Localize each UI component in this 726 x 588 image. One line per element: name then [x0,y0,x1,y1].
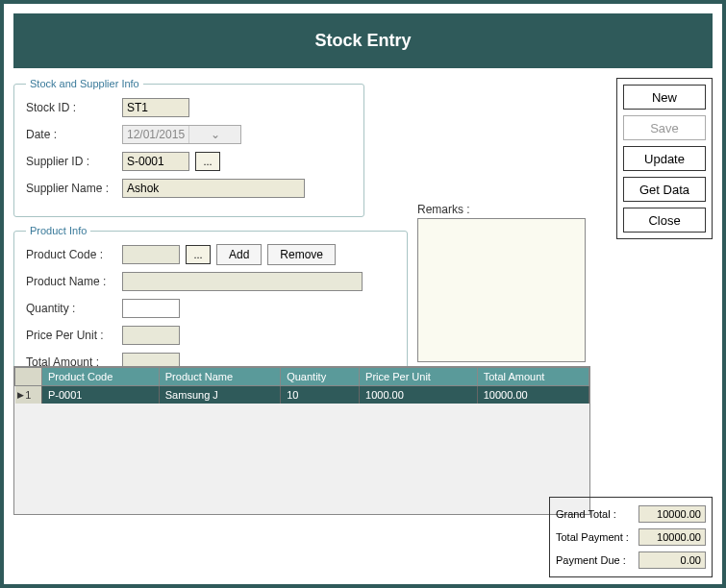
get-data-button[interactable]: Get Data [623,177,706,202]
remarks-label: Remarks : [417,203,586,216]
stock-id-input[interactable] [122,98,189,117]
remove-button[interactable]: Remove [267,244,336,265]
cell-qty[interactable]: 10 [281,386,360,404]
chevron-down-icon[interactable]: ⌄ [188,126,240,143]
cell-price[interactable]: 1000.00 [360,386,478,404]
price-label: Price Per Unit : [26,329,122,342]
date-picker[interactable]: 12/01/2015 ⌄ [122,125,241,144]
new-button[interactable]: New [623,85,706,110]
table-row[interactable]: ▶1 P-0001 Samsung J 10 1000.00 10000.00 [15,386,589,404]
current-row-icon: ▶ [17,390,24,400]
grand-total-label: Grand Total : [556,508,638,520]
stock-entry-window: Stock Entry Stock and Supplier Info Stoc… [0,0,726,588]
product-name-input[interactable] [122,272,363,291]
action-button-panel: New Save Update Get Data Close [616,78,713,239]
window-title: Stock Entry [314,31,411,50]
product-code-label: Product Code : [26,248,122,261]
supplier-id-label: Supplier ID : [26,155,122,168]
remarks-block: Remarks : [417,203,586,365]
total-payment-field[interactable] [638,528,706,546]
supplier-browse-button[interactable]: ... [195,152,220,171]
supplier-name-input[interactable] [122,179,305,198]
payment-due-label: Payment Due : [556,554,638,566]
product-legend: Product Info [26,225,90,236]
product-name-label: Product Name : [26,275,122,288]
payment-due-field[interactable] [638,551,706,569]
content-area: Stock and Supplier Info Stock ID : Date … [4,78,722,587]
quantity-input[interactable] [122,299,180,318]
col-quantity[interactable]: Quantity [281,368,360,386]
date-value: 12/01/2015 [123,128,188,141]
save-button[interactable]: Save [623,115,706,140]
product-table: Product Code Product Name Quantity Price… [14,367,589,404]
table-header-row: Product Code Product Name Quantity Price… [15,368,589,386]
stock-legend: Stock and Supplier Info [26,78,143,89]
product-code-input[interactable] [122,245,180,264]
stock-supplier-fieldset: Stock and Supplier Info Stock ID : Date … [13,78,364,217]
supplier-id-input[interactable] [122,152,189,171]
title-bar: Stock Entry [13,13,713,68]
row-indicator: ▶1 [15,386,42,404]
product-browse-button[interactable]: ... [186,245,211,264]
product-grid[interactable]: Product Code Product Name Quantity Price… [13,366,590,515]
cell-code[interactable]: P-0001 [42,386,160,404]
col-product-code[interactable]: Product Code [42,368,160,386]
close-button[interactable]: Close [623,208,706,233]
stock-id-label: Stock ID : [26,101,122,114]
quantity-label: Quantity : [26,302,122,315]
cell-total[interactable]: 10000.00 [477,386,588,404]
col-total[interactable]: Total Amount [477,368,588,386]
update-button[interactable]: Update [623,146,706,171]
row-header-col [15,368,42,386]
cell-name[interactable]: Samsung J [159,386,280,404]
total-payment-label: Total Payment : [556,531,638,543]
price-input[interactable] [122,326,180,345]
totals-panel: Grand Total : Total Payment : Payment Du… [549,497,713,577]
col-price[interactable]: Price Per Unit [360,368,478,386]
add-button[interactable]: Add [216,244,262,265]
grand-total-field[interactable] [638,505,706,523]
col-product-name[interactable]: Product Name [159,368,280,386]
date-label: Date : [26,128,122,141]
supplier-name-label: Supplier Name : [26,182,122,195]
remarks-textarea[interactable] [417,218,586,362]
